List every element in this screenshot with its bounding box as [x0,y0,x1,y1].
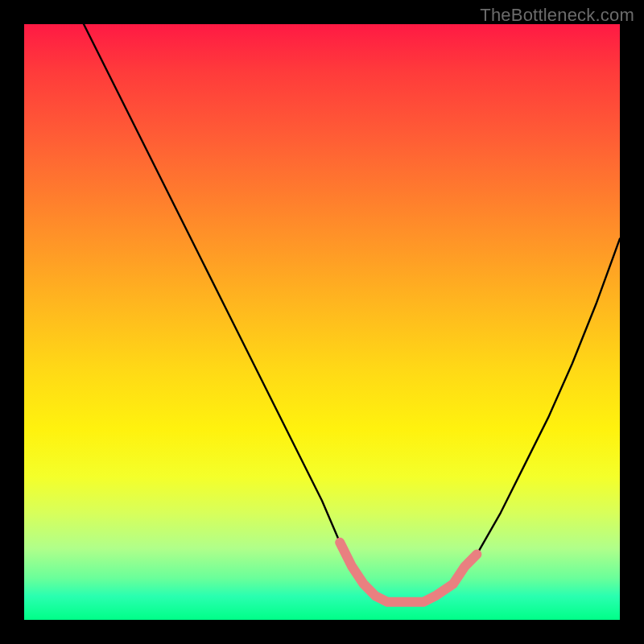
bottleneck-curve [84,24,620,602]
chart-svg [24,24,620,620]
watermark-text: TheBottleneck.com [480,5,634,26]
chart-container: TheBottleneck.com [0,0,644,644]
bottom-accent [340,543,477,602]
